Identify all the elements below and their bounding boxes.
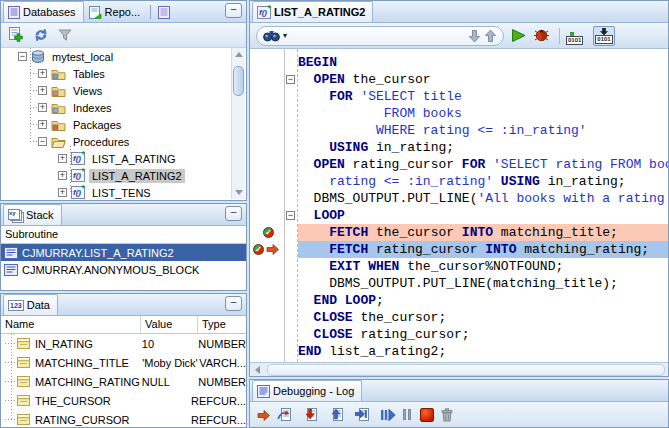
stack-row[interactable]: CJMURRAY.ANONYMOUS_BLOCK bbox=[1, 261, 246, 278]
code-token: rating_cursor bbox=[368, 242, 485, 257]
scrollbar-thumb[interactable] bbox=[267, 364, 665, 376]
scroll-down-button[interactable] bbox=[232, 186, 245, 199]
scrollbar-thumb[interactable] bbox=[233, 66, 244, 96]
data-row-value: NULL bbox=[140, 376, 197, 388]
find-next-icon[interactable] bbox=[468, 29, 481, 43]
variable-icon bbox=[17, 414, 30, 425]
tab-list-a-rating2[interactable]: f()* LIST_A_RATING2 bbox=[252, 1, 373, 22]
step-to-end-of-method-icon[interactable] bbox=[355, 408, 374, 422]
column-header-value[interactable]: Value bbox=[141, 316, 198, 333]
keyword-token: EXIT WHEN bbox=[298, 259, 399, 274]
add-database-icon[interactable] bbox=[8, 27, 24, 43]
data-row[interactable]: MATCHING_RATINGNULLNUMBER bbox=[1, 372, 246, 391]
tree-item-procedures[interactable]: −Procedures bbox=[2, 133, 232, 150]
tree-item-indexes[interactable]: +Indexes bbox=[2, 99, 232, 116]
stack-row[interactable]: CJMURRAY.LIST_A_RATING2 bbox=[1, 244, 246, 261]
code-line: OPEN rating_cursor FOR 'SELECT rating FR… bbox=[298, 156, 668, 173]
column-header-type[interactable]: Type bbox=[198, 316, 246, 333]
run-icon[interactable] bbox=[510, 28, 527, 43]
tree-item-tables[interactable]: +Tables bbox=[2, 65, 232, 82]
debug-bug-icon[interactable] bbox=[533, 28, 550, 43]
tree-expander-icon[interactable]: + bbox=[58, 188, 67, 197]
tree-expander-icon[interactable]: + bbox=[58, 154, 67, 163]
tree-item-packages[interactable]: +Packages bbox=[2, 116, 232, 133]
minimize-button[interactable]: – bbox=[225, 296, 242, 311]
find-previous-icon[interactable] bbox=[484, 29, 497, 43]
tree-expander-icon[interactable]: + bbox=[38, 103, 47, 112]
code-fold-toggle-icon[interactable]: − bbox=[286, 211, 295, 220]
breakpoint-icon[interactable]: ✓ bbox=[263, 227, 274, 238]
tree-item-list_tens[interactable]: +f()*LIST_TENS bbox=[2, 184, 232, 199]
tree-item-views[interactable]: +Views bbox=[2, 82, 232, 99]
data-row[interactable]: RATING_CURSORREFCUR... bbox=[1, 410, 246, 428]
connections-tree[interactable]: −mytest_local+Tables+Views+Indexes+Packa… bbox=[2, 48, 232, 199]
refresh-icon[interactable] bbox=[33, 28, 49, 42]
scroll-up-button[interactable] bbox=[232, 48, 245, 61]
tab-reports[interactable]: Repo... bbox=[85, 2, 147, 22]
clear-log-icon[interactable] bbox=[441, 408, 453, 422]
tree-item-mytest_local[interactable]: −mytest_local bbox=[2, 48, 232, 65]
code-line: FROM books bbox=[298, 105, 668, 122]
find-execution-point-icon[interactable] bbox=[257, 410, 270, 421]
minimize-button[interactable]: – bbox=[225, 206, 242, 221]
code-editor[interactable]: ✓✓ −− BEGIN OPEN the_cursor FOR 'SELECT … bbox=[250, 49, 668, 362]
step-out-icon[interactable] bbox=[329, 408, 348, 422]
data-row-name: THE_CURSOR bbox=[35, 395, 111, 407]
tree-expander-icon[interactable]: + bbox=[38, 120, 47, 129]
subroutine-column-header[interactable]: Subroutine bbox=[1, 226, 246, 244]
tab-stack[interactable]: xy Stack bbox=[3, 204, 62, 225]
tree-item-list_a_rating[interactable]: +f()*LIST_A_RATING bbox=[2, 150, 232, 167]
variable-icon bbox=[17, 338, 30, 349]
search-box[interactable]: ▾ bbox=[256, 26, 504, 46]
tab-extra[interactable] bbox=[154, 2, 177, 22]
step-into-icon[interactable] bbox=[303, 408, 322, 422]
compile-for-debug-icon[interactable]: 0101 bbox=[593, 26, 614, 46]
search-binoculars-icon[interactable] bbox=[263, 29, 280, 42]
resume-icon[interactable] bbox=[381, 409, 396, 421]
toolbar-separator bbox=[559, 28, 560, 44]
data-row-type: REFCUR... bbox=[189, 414, 246, 426]
code-line: CLOSE the_cursor; bbox=[298, 309, 668, 326]
data-row-value: 10 bbox=[140, 338, 197, 350]
terminate-icon[interactable] bbox=[420, 408, 434, 422]
tree-connector-line bbox=[11, 334, 12, 420]
search-dropdown-caret[interactable]: ▾ bbox=[283, 31, 287, 40]
horizontal-scrollbar[interactable] bbox=[250, 362, 668, 376]
variable-icon bbox=[17, 395, 30, 406]
tree-item-label: Indexes bbox=[70, 101, 115, 115]
step-over-icon[interactable] bbox=[277, 408, 296, 422]
databases-toolbar bbox=[1, 23, 246, 48]
folder-tables-icon bbox=[51, 67, 66, 81]
data-row[interactable]: IN_RATING10NUMBER bbox=[1, 334, 246, 353]
tree-expander-icon[interactable]: + bbox=[38, 86, 47, 95]
breakpoint-icon[interactable]: ✓ bbox=[253, 244, 264, 255]
keyword-token: FOR bbox=[298, 89, 353, 104]
tree-expander-icon[interactable]: + bbox=[58, 171, 67, 180]
pause-icon[interactable] bbox=[403, 409, 413, 422]
data-row[interactable]: THE_CURSORREFCUR... bbox=[1, 391, 246, 410]
stack-icon: xy bbox=[8, 209, 23, 222]
tab-data[interactable]: 123 Data bbox=[3, 294, 58, 315]
code-text[interactable]: BEGIN OPEN the_cursor FOR 'SELECT title … bbox=[298, 49, 668, 362]
filter-icon[interactable] bbox=[58, 29, 72, 41]
keyword-token: END LOOP bbox=[298, 293, 376, 308]
tree-item-label: Procedures bbox=[70, 135, 132, 149]
tree-expander-icon[interactable]: + bbox=[38, 69, 47, 78]
data-row[interactable]: MATCHING_TITLE'Moby Dick'VARCH... bbox=[1, 353, 246, 372]
tree-scrollbar[interactable] bbox=[231, 48, 245, 199]
tree-expander-icon[interactable]: − bbox=[18, 52, 27, 61]
code-fold-toggle-icon[interactable]: − bbox=[286, 75, 295, 84]
compile-for-debug-binary-label: 0101 bbox=[595, 35, 612, 44]
minimize-button[interactable]: – bbox=[225, 3, 242, 18]
tree-item-list_a_rating2[interactable]: +f()*LIST_A_RATING2 bbox=[2, 167, 232, 184]
tab-debugging-log[interactable]: Debugging - Log bbox=[252, 380, 362, 401]
tree-expander-icon[interactable]: − bbox=[38, 137, 47, 146]
log-icon bbox=[257, 385, 270, 398]
scroll-left-button[interactable] bbox=[250, 363, 264, 376]
tab-databases[interactable]: Databases bbox=[3, 1, 84, 22]
column-header-name[interactable]: Name bbox=[1, 316, 141, 333]
code-fold-gutter[interactable]: −− bbox=[285, 49, 298, 362]
keyword-token: INTO bbox=[485, 242, 516, 257]
databases-tab-strip: Databases Repo... – bbox=[1, 1, 246, 23]
breakpoint-gutter[interactable]: ✓✓ bbox=[250, 49, 285, 362]
